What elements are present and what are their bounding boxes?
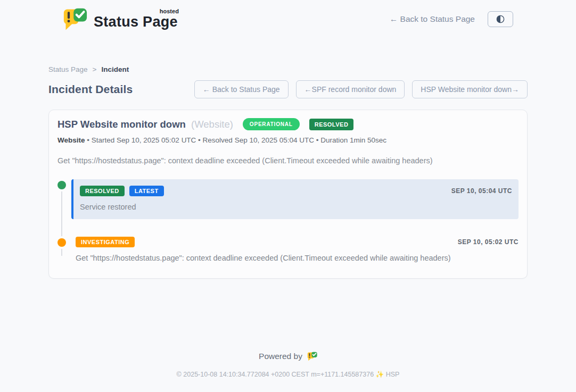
incident-card: HSP Website monitor down (Website) OPERA… xyxy=(48,110,528,279)
back-to-status-page-link[interactable]: ← Back to Status Page xyxy=(390,14,475,24)
resolved-badge: RESOLVED xyxy=(80,186,125,196)
incident-meta-details: • Started Sep 10, 2025 05:02 UTC • Resol… xyxy=(85,136,387,144)
timeline-item-investigating: INVESTIGATING SEP 10, 05:02 UTC Get "htt… xyxy=(57,237,519,262)
powered-by-logo-icon xyxy=(307,352,317,361)
timeline-dot-green xyxy=(57,181,66,189)
timeline-dot-orange xyxy=(57,238,66,247)
main-content: Status Page > Incident Incident Details … xyxy=(0,31,576,352)
incident-name: HSP Website monitor down xyxy=(57,119,186,130)
timeline-entry-latest: RESOLVED LATEST SEP 10, 05:04 UTC Servic… xyxy=(71,179,519,219)
status-page-logo-icon xyxy=(63,7,87,31)
copyright-text: © 2025-10-08 14:10:34.772084 +0200 CEST … xyxy=(0,370,576,378)
incident-description: Get "https://hostedstatus.page": context… xyxy=(57,156,519,165)
timeline-timestamp: SEP 10, 05:02 UTC xyxy=(458,238,519,246)
incident-meta-service: Website xyxy=(57,136,85,144)
breadcrumb-status-page[interactable]: Status Page xyxy=(48,65,88,73)
timeline-entry-investigating: INVESTIGATING SEP 10, 05:02 UTC Get "htt… xyxy=(71,237,519,262)
back-to-status-page-button[interactable]: ← Back to Status Page xyxy=(194,80,289,98)
title-row: Incident Details ← Back to Status Page ←… xyxy=(48,80,528,98)
incident-title-row: HSP Website monitor down (Website) OPERA… xyxy=(57,118,519,130)
incident-title: HSP Website monitor down (Website) xyxy=(57,119,233,130)
page-title: Incident Details xyxy=(48,83,133,96)
theme-toggle-button[interactable] xyxy=(488,11,513,27)
incident-service-label: (Website) xyxy=(191,119,233,130)
header: hosted Status Page ← Back to Status Page xyxy=(0,0,576,31)
incident-timeline: RESOLVED LATEST SEP 10, 05:04 UTC Servic… xyxy=(57,179,519,262)
sparkle-icon: ✨ xyxy=(376,371,384,378)
timeline-message: Get "https://hostedstatus.page": context… xyxy=(76,254,519,262)
footer: Powered by © 2025-10-08 14:10:34.772084 … xyxy=(0,352,576,392)
timeline-item-resolved: RESOLVED LATEST SEP 10, 05:04 UTC Servic… xyxy=(57,179,519,219)
breadcrumb-incident: Incident xyxy=(101,65,129,73)
contrast-icon xyxy=(495,14,506,24)
incident-nav-buttons: ← Back to Status Page ←SPF record monito… xyxy=(194,80,528,98)
operational-status-badge: OPERATIONAL xyxy=(243,118,300,130)
next-incident-button[interactable]: HSP Website monitor down→ xyxy=(412,80,528,98)
breadcrumb: Status Page > Incident xyxy=(48,65,528,73)
brand-logo-link[interactable]: hosted Status Page xyxy=(63,7,178,31)
investigating-badge: INVESTIGATING xyxy=(76,237,135,247)
powered-by-link[interactable]: Powered by xyxy=(0,352,576,361)
brand-wordmark: hosted Status Page xyxy=(94,9,178,30)
copyright-suffix: HSP xyxy=(386,371,400,378)
prev-incident-button[interactable]: ←SPF record monitor down xyxy=(296,80,405,98)
timeline-message: Service restored xyxy=(80,203,512,211)
brand-superscript: hosted xyxy=(160,8,179,14)
breadcrumb-separator: > xyxy=(93,65,97,73)
page: hosted Status Page ← Back to Status Page… xyxy=(0,0,576,392)
powered-by-label: Powered by xyxy=(259,352,302,361)
resolved-state-badge: RESOLVED xyxy=(309,119,354,130)
timeline-timestamp: SEP 10, 05:04 UTC xyxy=(451,187,512,195)
incident-meta: Website • Started Sep 10, 2025 05:02 UTC… xyxy=(57,136,519,144)
copyright-main: © 2025-10-08 14:10:34.772084 +0200 CEST … xyxy=(177,371,374,378)
brand-name: Status Page xyxy=(94,14,178,30)
latest-badge: LATEST xyxy=(129,186,164,196)
